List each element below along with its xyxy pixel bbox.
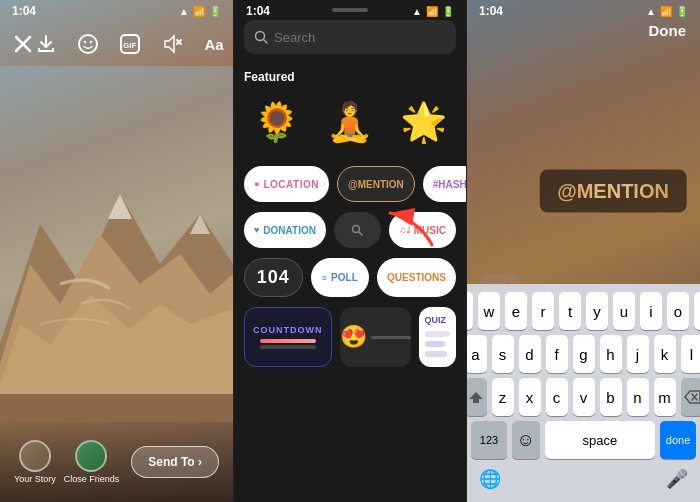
key-s[interactable]: s <box>492 335 514 373</box>
search-icon <box>254 30 268 44</box>
svg-line-20 <box>359 232 362 235</box>
text-tool-icon[interactable]: Aa <box>200 30 228 58</box>
keyboard-row-2: a s d f g h j k l <box>471 335 696 373</box>
key-n[interactable]: n <box>627 378 649 416</box>
sticker-content-area: Featured 🌻 🧘 🌟 ● LOCATION @MENTION #HASH… <box>234 62 466 502</box>
questions-sticker[interactable]: QUESTIONS <box>377 258 456 297</box>
key-delete[interactable] <box>681 378 701 416</box>
panel-sticker-picker: 1:04 ▲ 📶 🔋 Featured 🌻 🧘 🌟 ● LOCATION <box>233 0 467 502</box>
key-a[interactable]: a <box>467 335 487 373</box>
panel-story-editor: 1:04 ▲ 📶 🔋 GIF Aa <box>0 0 233 502</box>
search-small-icon <box>351 224 363 236</box>
key-c[interactable]: c <box>546 378 568 416</box>
mountain-scene <box>0 66 233 422</box>
featured-sticker-1[interactable]: 🌻 <box>247 92 307 152</box>
key-space[interactable]: space <box>545 421 656 459</box>
svg-rect-6 <box>0 394 233 422</box>
key-numbers[interactable]: 123 <box>471 421 507 459</box>
key-d[interactable]: d <box>519 335 541 373</box>
key-t[interactable]: t <box>559 292 581 330</box>
status-icons-3: ▲ 📶 🔋 <box>646 6 688 17</box>
search-input[interactable] <box>274 30 446 45</box>
poll-sticker[interactable]: ≡ POLL <box>311 258 370 297</box>
mute-icon[interactable] <box>158 30 186 58</box>
close-button[interactable] <box>14 30 32 58</box>
time-display-3: 1:04 <box>479 4 503 18</box>
story-top-bar: GIF Aa <box>0 22 233 66</box>
status-bar-1: 1:04 ▲ 📶 🔋 <box>0 0 233 22</box>
status-bar-2: 1:04 ▲ 📶 🔋 <box>234 0 466 22</box>
keyboard-row-3: z x c v b n m <box>471 378 696 416</box>
svg-text:GIF: GIF <box>123 41 136 50</box>
key-z[interactable]: z <box>492 378 514 416</box>
globe-icon[interactable]: 🌐 <box>479 468 501 490</box>
send-to-button[interactable]: Send To › <box>131 446 219 478</box>
mic-icon[interactable]: 🎤 <box>666 468 688 490</box>
sticker-search-bar[interactable] <box>244 20 456 54</box>
key-q[interactable]: q <box>467 292 473 330</box>
status-icons-2: ▲ 📶 🔋 <box>412 6 454 17</box>
donation-sticker[interactable]: ♥ DONATION <box>244 212 326 248</box>
key-k[interactable]: k <box>654 335 676 373</box>
featured-sticker-2[interactable]: 🧘 <box>320 92 380 152</box>
svg-point-19 <box>353 226 360 233</box>
key-e[interactable]: e <box>505 292 527 330</box>
countdown-sticker[interactable]: COUNTDOWN <box>244 307 332 367</box>
close-friends-button[interactable]: Close Friends <box>64 440 120 484</box>
emoji-slider-bar <box>371 336 411 339</box>
key-r[interactable]: r <box>532 292 554 330</box>
key-m[interactable]: m <box>654 378 676 416</box>
quiz-sticker[interactable]: QUIZ <box>419 307 457 367</box>
keyboard-row-1: q w e r t y u i o p <box>471 292 696 330</box>
key-o[interactable]: o <box>667 292 689 330</box>
svg-point-10 <box>79 35 97 53</box>
svg-point-12 <box>90 41 92 43</box>
key-u[interactable]: u <box>613 292 635 330</box>
key-done[interactable]: done <box>660 421 696 459</box>
counter-sticker[interactable]: 104 <box>244 258 303 297</box>
location-sticker[interactable]: ● LOCATION <box>244 166 329 202</box>
key-x[interactable]: x <box>519 378 541 416</box>
arrow-annotation-1 <box>382 195 442 254</box>
svg-marker-25 <box>469 392 483 403</box>
key-g[interactable]: g <box>573 335 595 373</box>
key-v[interactable]: v <box>573 378 595 416</box>
story-bottom-bar: Your Story Close Friends Send To › <box>0 422 233 502</box>
sticker-face-icon[interactable] <box>74 30 102 58</box>
time-display-2: 1:04 <box>246 4 270 18</box>
key-y[interactable]: y <box>586 292 608 330</box>
key-l[interactable]: l <box>681 335 701 373</box>
key-p[interactable]: p <box>694 292 700 330</box>
mention-sticker-overlay[interactable]: @MENTION <box>539 169 687 212</box>
gif-sticker-icon[interactable]: GIF <box>116 30 144 58</box>
done-button[interactable]: Done <box>649 22 687 39</box>
download-icon[interactable] <box>32 30 60 58</box>
story-toolbar: GIF Aa <box>32 30 228 58</box>
close-friends-avatar <box>75 440 107 472</box>
key-w[interactable]: w <box>478 292 500 330</box>
key-emoji[interactable]: ☺ <box>512 421 540 459</box>
emoji-slider-sticker[interactable]: 😍 <box>340 307 411 367</box>
delete-icon <box>683 390 701 404</box>
your-story-avatar <box>19 440 51 472</box>
svg-point-11 <box>84 41 86 43</box>
your-story-button[interactable]: Your Story <box>14 440 56 484</box>
status-bar-3: 1:04 ▲ 📶 🔋 <box>467 0 700 22</box>
countdown-progress-bg <box>260 345 316 349</box>
key-j[interactable]: j <box>627 335 649 373</box>
key-b[interactable]: b <box>600 378 622 416</box>
your-story-label: Your Story <box>14 474 56 484</box>
quiz-option-2 <box>425 341 445 347</box>
key-shift[interactable] <box>467 378 487 416</box>
keyboard-row-4: 123 ☺ space done <box>471 421 696 459</box>
status-icons-1: ▲ 📶 🔋 <box>179 6 221 17</box>
featured-sticker-3[interactable]: 🌟 <box>393 92 453 152</box>
sticker-grid-row3: 104 ≡ POLL QUESTIONS <box>244 258 456 297</box>
key-i[interactable]: i <box>640 292 662 330</box>
empty-sticker-slot <box>334 212 381 248</box>
key-h[interactable]: h <box>600 335 622 373</box>
time-display-1: 1:04 <box>12 4 36 18</box>
key-f[interactable]: f <box>546 335 568 373</box>
keyboard: q w e r t y u i o p a s d f g h j k l <box>467 284 700 502</box>
quiz-option-3 <box>425 351 448 357</box>
